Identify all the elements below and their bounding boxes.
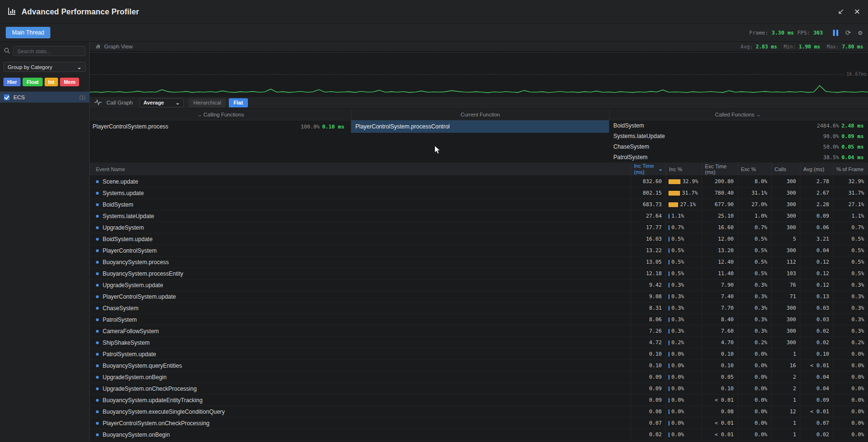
filter-chip-hier[interactable]: Hier (3, 78, 21, 86)
search-icon (4, 47, 10, 56)
event-name-cell: UpgradeSystem (90, 222, 631, 233)
table-row[interactable]: BuoyancySystem.updateEntityTracking0.090… (90, 395, 868, 406)
group-by-select[interactable]: Group by Category ⌄ (3, 62, 86, 72)
ecs-checkbox[interactable] (4, 94, 10, 100)
table-row[interactable]: UpgradeSystem.update9.420.3%7.900.3%760.… (90, 279, 868, 291)
table-row[interactable]: PatrolSystem.update0.100.0%0.100.0%10.10… (90, 349, 868, 360)
inc-pct-cell: 27.1% (666, 199, 702, 210)
value-cell: 0.5% (833, 233, 868, 244)
value-cell: 0.03 (800, 314, 833, 325)
event-name-cell: BuoyancySystem.process (90, 256, 631, 268)
called-function-row[interactable]: Systems.lateUpdate90.0%0.09 ms (609, 131, 867, 141)
call-graph-title: Call Graph (106, 100, 133, 105)
table-row[interactable]: UpgradeSystem17.770.7%16.600.7%3000.060.… (90, 222, 868, 233)
table-row[interactable]: UpgradeSystem.onCheckProcessing0.090.0%0… (90, 383, 868, 395)
column-header-event-name[interactable]: Event Name (90, 163, 631, 175)
value-cell: < 0.01 (800, 406, 833, 417)
table-row[interactable]: ShipShakeSystem4.720.2%4.700.2%3000.020.… (90, 337, 868, 349)
column-header-inc-pct[interactable]: Inc % (666, 163, 702, 175)
table-row[interactable]: BoidSystem683.7327.1%677.9027.0%3002.282… (90, 199, 868, 210)
table-row[interactable]: BuoyancySystem.onBegin0.020.0%< 0.010.0%… (90, 429, 868, 441)
search-input[interactable] (13, 46, 85, 56)
column-header-inc-time[interactable]: Inc Time (ms)⌄ (631, 163, 666, 175)
inc-pct-cell: 31.7% (666, 187, 702, 198)
value-cell: 1 (771, 349, 800, 360)
table-row[interactable]: PlayerControlSystem.update9.080.3%7.400.… (90, 291, 868, 302)
value-cell: 677.90 (702, 199, 738, 210)
value-cell: 0.08 (631, 406, 666, 417)
call-graph-column-headers: → Calling Functions Current Function Cal… (90, 109, 868, 120)
event-name-cell: Systems.update (90, 187, 631, 198)
table-row[interactable]: BuoyancySystem.queryEntities0.100.0%0.10… (90, 360, 868, 372)
value-cell: 802.15 (631, 187, 666, 198)
value-cell: 8.40 (702, 314, 738, 325)
frame-stats: Frame: 3.30 ms FPS: 303 ⟳ ⚙ (749, 29, 862, 36)
called-function-row[interactable]: BoidSystem2484.6%2.48 ms (609, 120, 867, 131)
value-cell: < 0.01 (800, 360, 833, 371)
table-row[interactable]: CameraFollowSystem7.260.3%7.600.3%3000.0… (90, 326, 868, 337)
frame-time-graph[interactable]: 16.67ms (90, 51, 868, 96)
called-function-pct: 90.0% (823, 133, 839, 140)
value-cell: 0.0% (833, 395, 868, 406)
called-function-row[interactable]: ChaseSystem50.0%0.05 ms (609, 141, 867, 152)
value-cell: 0.0% (738, 429, 771, 440)
pause-icon[interactable] (833, 30, 838, 36)
inc-pct-bar (669, 432, 669, 437)
column-header-pct-of-frame[interactable]: % of Frame (833, 163, 868, 175)
mode-select[interactable]: Average ⌄ (140, 98, 184, 107)
close-icon[interactable]: ✕ (854, 7, 860, 16)
table-row[interactable]: BoidSystem.update16.030.5%12.000.5%53.21… (90, 233, 868, 245)
value-cell: 0.5% (833, 256, 868, 268)
tab-main-thread[interactable]: Main Thread (6, 27, 50, 38)
collapse-icon[interactable] (837, 8, 845, 16)
value-cell: 2 (771, 372, 800, 383)
table-row[interactable]: Systems.lateUpdate27.641.1%25.101.0%3000… (90, 210, 868, 222)
event-name-cell: PatrolSystem.update (90, 349, 631, 360)
value-cell: 4.70 (702, 337, 738, 348)
value-cell: 0.3% (833, 326, 868, 337)
column-header-avg[interactable]: Avg (ms) (800, 163, 833, 175)
inc-pct-cell: 0.0% (666, 383, 702, 394)
table-row[interactable]: UpgradeSystem.onBegin0.090.0%0.050.0%20.… (90, 372, 868, 383)
filter-chip-int[interactable]: Int (45, 78, 59, 86)
column-header-exc-pct[interactable]: Exc % (738, 163, 771, 175)
inc-pct-cell: 0.0% (666, 429, 702, 440)
refresh-icon[interactable]: ⟳ (845, 29, 851, 36)
table-row[interactable]: PatrolSystem8.060.3%8.400.3%3000.030.3% (90, 314, 868, 326)
column-header-calls[interactable]: Calls (771, 163, 800, 175)
value-cell: 0.09 (631, 372, 666, 383)
event-name-cell: CameraFollowSystem (90, 326, 631, 337)
table-row[interactable]: BuoyancySystem.processEntity12.180.5%11.… (90, 268, 868, 279)
table-row[interactable]: BuoyancySystem.process13.050.5%12.400.5%… (90, 256, 868, 268)
inc-pct-cell: 1.1% (666, 210, 702, 221)
group-by-value: Group by Category (8, 64, 52, 70)
value-cell: 300 (771, 302, 800, 314)
sidebar-item-ecs[interactable]: ECS (1) (0, 92, 89, 103)
column-header-exc-time[interactable]: Exc Time (ms) (702, 163, 738, 175)
filter-chip-float[interactable]: Float (23, 78, 42, 86)
inc-pct-cell: 0.3% (666, 279, 702, 291)
table-row[interactable]: Systems.update802.1531.7%780.4031.1%3002… (90, 187, 868, 199)
gear-icon[interactable]: ⚙ (858, 29, 862, 36)
inc-pct-bar (669, 340, 669, 345)
value-cell: 0.06 (800, 222, 833, 233)
category-dot-icon (96, 272, 99, 275)
table-row[interactable]: Scene.update832.6032.9%200.808.0%3002.78… (90, 176, 868, 187)
value-cell: 0.7% (738, 222, 771, 233)
current-function-box[interactable]: PlayerControlSystem.processControl (351, 120, 609, 133)
call-graph-toolbar: Call Graph Average ⌄ Hierarchical Flat (90, 96, 868, 109)
flat-button[interactable]: Flat (229, 98, 248, 107)
filter-chip-mem[interactable]: Mem (60, 78, 79, 86)
table-row[interactable]: ChaseSystem8.310.3%7.700.3%3000.030.3% (90, 302, 868, 314)
table-row[interactable]: BuoyancySystem.executeSingleConditionQue… (90, 406, 868, 418)
inc-pct-cell: 0.0% (666, 372, 702, 383)
hierarchical-button[interactable]: Hierarchical (188, 98, 226, 107)
value-cell: 0.5% (738, 268, 771, 279)
calling-function-row[interactable]: PlayerControlSystem.process 100.0%0.10 m… (90, 120, 351, 133)
called-function-pct: 50.0% (823, 144, 839, 150)
table-row[interactable]: PlayerControlSystem.onCheckProcessing0.0… (90, 418, 868, 429)
page-title: Advanced Performance Profiler (22, 8, 139, 16)
table-row[interactable]: PlayerControlSystem13.220.5%13.200.5%300… (90, 245, 868, 256)
value-cell: 0.3% (738, 314, 771, 325)
called-function-row[interactable]: PatrolSystem38.5%0.04 ms (609, 152, 867, 163)
